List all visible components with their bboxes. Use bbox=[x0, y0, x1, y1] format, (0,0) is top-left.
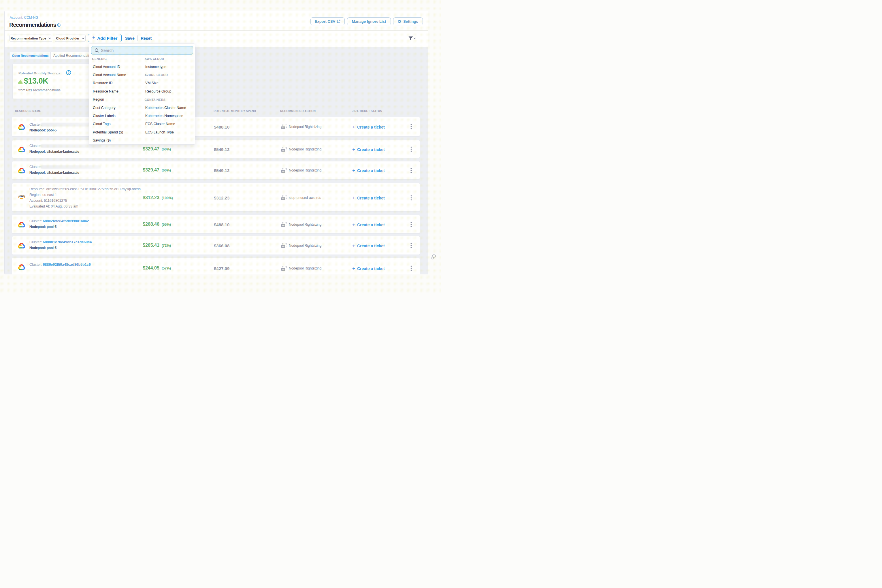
svg-text:?: ? bbox=[68, 71, 69, 74]
